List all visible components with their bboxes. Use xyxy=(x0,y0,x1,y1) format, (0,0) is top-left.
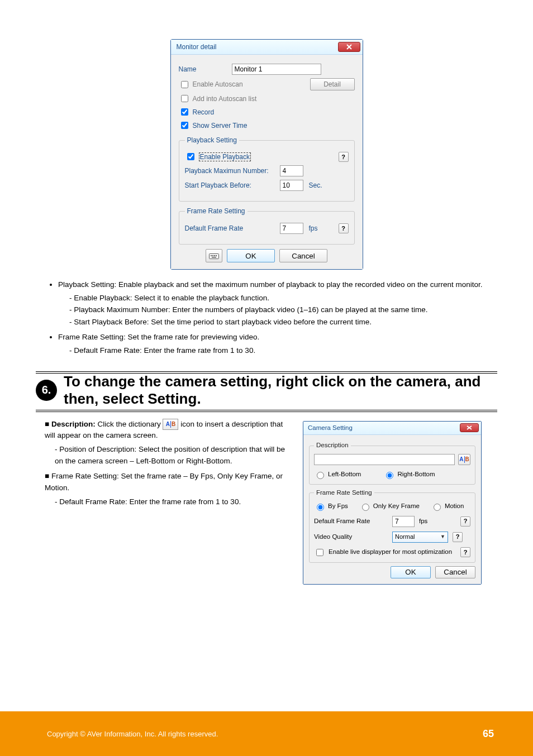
text: Frame Rate Setting: Set the frame rate xyxy=(51,472,183,480)
keyboard-icon xyxy=(209,252,219,259)
dialog-title: Camera Setting xyxy=(308,423,353,433)
enable-playback-label: Enable Playback xyxy=(199,152,251,161)
frame-rate-group: Frame Rate Setting By Fps Only Key Frame… xyxy=(309,488,475,563)
dialog-title: Monitor detail xyxy=(177,43,217,51)
text: Default Frame Rate: Enter the frame rate… xyxy=(74,346,255,355)
section-number: 6. xyxy=(36,380,57,401)
ok-button[interactable]: OK xyxy=(391,566,431,578)
keyboard-button[interactable] xyxy=(206,249,222,262)
frame-rate-group: Frame Rate Setting Default Frame Rate fp… xyxy=(179,207,355,245)
description-legend: Description xyxy=(314,441,351,451)
enable-live-checkbox[interactable] xyxy=(316,549,323,556)
text: Playback Maximum Number: Enter the numbe… xyxy=(74,305,303,314)
text: 16) can be played at the same time. xyxy=(308,305,428,314)
frame-rate-legend: Frame Rate Setting xyxy=(185,207,248,215)
chevron-down-icon: ▼ xyxy=(440,533,445,541)
playback-setting-legend: Playback Setting xyxy=(185,136,239,144)
only-key-radio[interactable] xyxy=(362,504,369,511)
svg-rect-4 xyxy=(216,255,217,256)
playback-setting-group: Playback Setting Enable Playback ? Playb… xyxy=(179,136,355,202)
fps-label: fps xyxy=(309,224,318,232)
page-footer: Copyright © AVer Information, Inc. All r… xyxy=(0,711,533,756)
default-frame-rate-input[interactable] xyxy=(280,223,303,234)
text: Enable Playback: Select it to enable the… xyxy=(74,294,269,302)
by-fps-radio[interactable] xyxy=(317,504,324,511)
section-title: To change the camera setting, right clic… xyxy=(64,373,497,408)
right-bottom-label: Right-Bottom xyxy=(397,470,435,480)
motion-radio[interactable] xyxy=(434,504,441,511)
frame-rate-legend: Frame Rate Setting xyxy=(314,488,374,498)
default-frame-rate-input[interactable] xyxy=(392,516,415,527)
text: – xyxy=(303,305,308,314)
cancel-button[interactable]: Cancel xyxy=(435,566,475,578)
dictionary-icon: AB xyxy=(459,455,469,464)
help-button[interactable]: ? xyxy=(339,223,349,233)
video-quality-value: Normal xyxy=(395,532,415,542)
left-bottom-radio[interactable] xyxy=(317,472,324,479)
detail-button[interactable]: Detail xyxy=(310,78,355,90)
default-frame-rate-label: Default Frame Rate xyxy=(314,516,392,527)
right-bottom-radio[interactable] xyxy=(386,472,393,479)
dictionary-icon: AB xyxy=(163,419,178,430)
text: Frame Rate Setting: Set the frame rate f… xyxy=(58,333,259,341)
page-number: 65 xyxy=(483,728,494,740)
default-frame-rate-label: Default Frame Rate xyxy=(185,224,280,232)
fps-label: fps xyxy=(419,516,427,527)
start-before-label: Start Playback Before: xyxy=(185,181,280,189)
enable-autoscan-label: Enable Autoscan xyxy=(193,80,243,88)
left-bottom-radio-wrap: Left-Bottom xyxy=(314,470,361,480)
left-bottom-label: Left-Bottom xyxy=(328,470,361,480)
playback-max-input[interactable] xyxy=(280,165,303,176)
help-button[interactable]: ? xyxy=(453,532,463,542)
help-button[interactable]: ? xyxy=(460,547,470,557)
description-group: Description AB Left-Bottom xyxy=(309,441,475,485)
video-quality-select[interactable]: Normal ▼ xyxy=(392,532,448,543)
ok-button[interactable]: OK xyxy=(227,249,275,262)
dictionary-button[interactable]: AB xyxy=(458,454,470,465)
left-text-column: ■ Description: Click the dictionary AB i… xyxy=(36,419,293,508)
description-input[interactable] xyxy=(314,454,455,465)
text: – xyxy=(183,472,188,480)
by-fps-label: By Fps xyxy=(328,501,348,511)
svg-rect-2 xyxy=(212,255,213,256)
only-key-label: Only Key Frame xyxy=(373,501,420,511)
list-item: Playback Setting: Enable playback and se… xyxy=(58,279,497,328)
motion-label: Motion xyxy=(445,501,464,511)
close-icon xyxy=(346,44,353,50)
close-button[interactable] xyxy=(338,42,360,52)
text: Position of Description: xyxy=(59,445,139,453)
enable-live-label: Enable live displayper for most optimiza… xyxy=(329,547,452,557)
monitor-detail-dialog: Monitor detail Name Enable Autoscan Deta… xyxy=(170,39,363,270)
text: – xyxy=(130,457,134,465)
start-before-input[interactable] xyxy=(280,180,303,191)
add-autoscan-label: Add into Autoscan list xyxy=(193,95,257,103)
sec-label: Sec. xyxy=(309,181,322,189)
text: Default Frame Rate: Enter the frame rate… xyxy=(59,497,241,506)
name-input[interactable] xyxy=(232,64,321,75)
record-checkbox[interactable] xyxy=(181,108,188,116)
close-button[interactable] xyxy=(460,423,479,432)
svg-rect-3 xyxy=(214,255,215,256)
body-text: Playback Setting: Enable playback and se… xyxy=(36,279,497,357)
show-server-time-label: Show Server Time xyxy=(193,122,248,130)
list-item: Frame Rate Setting: Set the frame rate f… xyxy=(58,331,497,356)
text: Playback Setting: Enable playback and se… xyxy=(58,280,482,289)
show-server-time-checkbox[interactable] xyxy=(181,122,188,129)
name-label: Name xyxy=(179,65,232,73)
close-icon xyxy=(467,425,472,430)
cancel-button[interactable]: Cancel xyxy=(279,249,327,262)
titlebar: Monitor detail xyxy=(171,40,363,54)
svg-rect-5 xyxy=(212,257,216,258)
record-label: Record xyxy=(193,108,215,116)
text: Left-Bottom or Right-Bottom. xyxy=(134,457,232,465)
enable-playback-checkbox[interactable] xyxy=(187,153,194,160)
right-bottom-radio-wrap: Right-Bottom xyxy=(383,470,435,480)
help-button[interactable]: ? xyxy=(339,152,349,162)
text: Start Playback Before: Set the time peri… xyxy=(74,318,372,326)
add-autoscan-checkbox[interactable] xyxy=(181,95,188,102)
playback-max-label: Playback Maximun Number: xyxy=(185,167,280,175)
copyright-text: Copyright © AVer Information, Inc. All r… xyxy=(47,730,218,738)
help-button[interactable]: ? xyxy=(460,516,470,527)
svg-rect-1 xyxy=(211,255,212,256)
enable-autoscan-checkbox[interactable] xyxy=(181,81,188,88)
